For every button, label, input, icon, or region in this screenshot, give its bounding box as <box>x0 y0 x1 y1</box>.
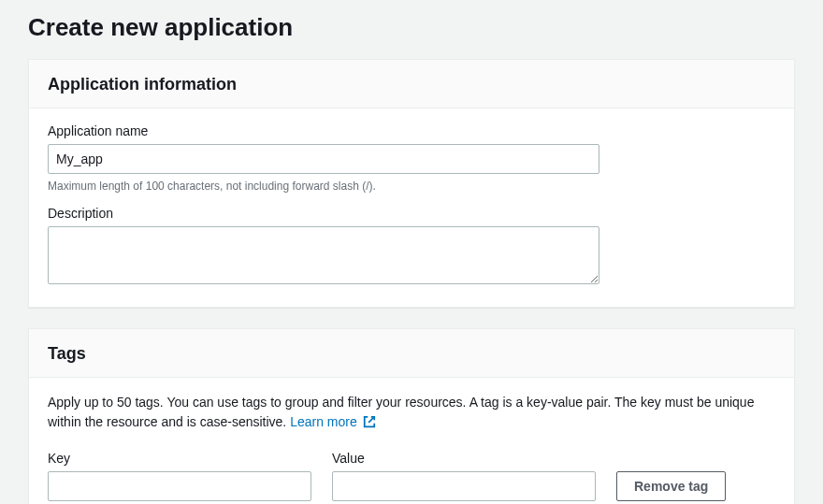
tag-value-label: Value <box>332 451 596 466</box>
application-information-heading: Application information <box>48 75 775 94</box>
tags-description-text: Apply up to 50 tags. You can use tags to… <box>48 395 754 429</box>
tags-panel: Tags Apply up to 50 tags. You can use ta… <box>28 328 795 504</box>
learn-more-text: Learn more <box>290 414 357 429</box>
tags-header: Tags <box>29 329 794 378</box>
tag-value-column: Value <box>332 451 596 501</box>
application-information-panel: Application information Application name… <box>28 59 795 308</box>
tag-row: Key Value Remove tag <box>48 451 775 501</box>
application-information-header: Application information <box>29 60 794 108</box>
application-name-hint: Maximum length of 100 characters, not in… <box>48 180 775 193</box>
remove-tag-button[interactable]: Remove tag <box>616 471 726 501</box>
tag-key-label: Key <box>48 451 311 466</box>
tag-key-column: Key <box>48 451 311 501</box>
tags-description: Apply up to 50 tags. You can use tags to… <box>48 393 775 434</box>
application-name-input[interactable] <box>48 144 599 174</box>
tag-action-column: Remove tag <box>616 471 726 501</box>
description-label: Description <box>48 206 775 221</box>
application-name-label: Application name <box>48 123 775 138</box>
tag-value-input[interactable] <box>332 471 596 501</box>
tag-key-input[interactable] <box>48 471 311 501</box>
learn-more-link[interactable]: Learn more <box>290 414 375 429</box>
external-link-icon <box>363 414 376 434</box>
description-input[interactable] <box>48 226 599 284</box>
description-field: Description <box>48 206 775 288</box>
tags-heading: Tags <box>48 344 775 364</box>
application-name-field: Application name Maximum length of 100 c… <box>48 123 775 193</box>
page-title: Create new application <box>28 13 795 42</box>
